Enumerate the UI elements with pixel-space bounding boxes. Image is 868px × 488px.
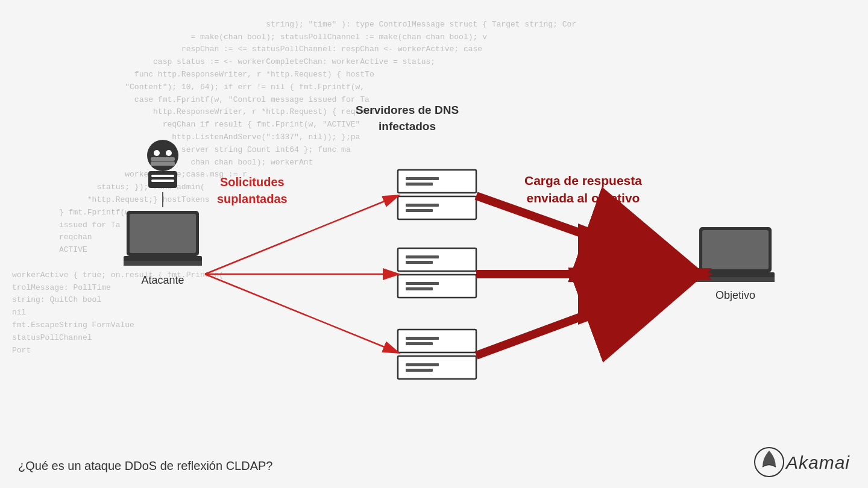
svg-rect-25 bbox=[406, 209, 433, 212]
dns-label-container: Servidores de DNS infectados bbox=[356, 102, 459, 134]
attacker-label: Atacante bbox=[141, 274, 184, 287]
akamai-logo: Akamai bbox=[753, 446, 850, 479]
svg-rect-36 bbox=[406, 363, 439, 366]
akamai-text: Akamai bbox=[786, 452, 850, 473]
server-pair-2-icon bbox=[395, 247, 479, 301]
svg-rect-22 bbox=[406, 183, 433, 186]
svg-rect-29 bbox=[398, 275, 476, 298]
svg-rect-41 bbox=[696, 277, 775, 282]
bottom-title: ¿Qué es un ataque DDoS de reflexión CLDA… bbox=[18, 459, 272, 473]
svg-rect-35 bbox=[398, 356, 476, 379]
svg-rect-19 bbox=[124, 261, 202, 266]
target-section: Objetivo bbox=[696, 226, 775, 302]
svg-rect-39 bbox=[702, 230, 769, 269]
svg-rect-30 bbox=[406, 282, 439, 285]
svg-rect-26 bbox=[398, 248, 476, 271]
svg-rect-23 bbox=[398, 196, 476, 219]
svg-rect-11 bbox=[151, 161, 175, 166]
svg-rect-27 bbox=[406, 255, 439, 258]
akamai-symbol-icon bbox=[753, 446, 786, 479]
svg-point-10 bbox=[166, 150, 172, 156]
hacker-icon bbox=[142, 139, 184, 190]
svg-rect-15 bbox=[151, 180, 174, 182]
target-laptop-icon bbox=[696, 226, 775, 283]
svg-rect-31 bbox=[406, 287, 433, 290]
server-pair-1-icon bbox=[395, 169, 479, 223]
dns-server-group-3 bbox=[395, 328, 479, 385]
attacker-section: Atacante bbox=[124, 139, 202, 287]
dns-server-group-1 bbox=[395, 169, 479, 225]
svg-point-9 bbox=[154, 150, 160, 156]
diagram-container: Atacante Servidores de DNS infectados bbox=[0, 0, 868, 488]
svg-rect-14 bbox=[151, 175, 174, 177]
svg-rect-12 bbox=[151, 157, 175, 161]
server-pair-3-icon bbox=[395, 328, 479, 383]
target-label: Objetivo bbox=[715, 289, 755, 302]
svg-rect-34 bbox=[406, 342, 433, 345]
carga-label: Carga de respuesta enviada al objetivo bbox=[524, 172, 642, 207]
svg-rect-37 bbox=[406, 369, 433, 372]
solicitudes-label: Solicitudes suplantadas bbox=[217, 174, 288, 207]
dns-server-group-2 bbox=[395, 247, 479, 304]
svg-rect-20 bbox=[398, 170, 476, 193]
svg-rect-33 bbox=[406, 337, 439, 340]
attacker-connector bbox=[162, 192, 163, 207]
dns-label: Servidores de DNS infectados bbox=[356, 102, 459, 134]
svg-rect-24 bbox=[406, 204, 439, 207]
svg-rect-21 bbox=[406, 177, 439, 180]
svg-rect-28 bbox=[406, 261, 433, 264]
svg-point-8 bbox=[147, 140, 178, 171]
svg-rect-32 bbox=[398, 330, 476, 352]
svg-rect-17 bbox=[130, 214, 196, 253]
attacker-laptop-icon bbox=[124, 210, 202, 267]
